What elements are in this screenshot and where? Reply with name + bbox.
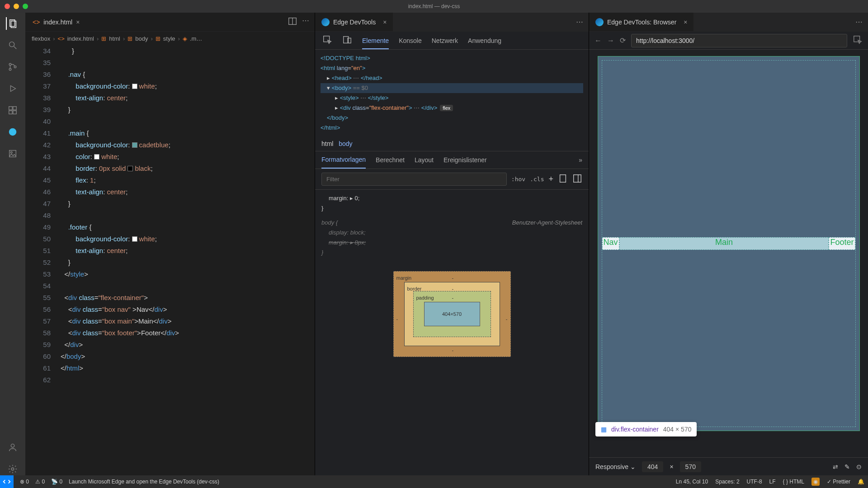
indent-setting[interactable]: Spaces: 2	[715, 479, 739, 485]
height-input[interactable]: 570	[680, 461, 701, 472]
window-titlebar: index.html — dev-css	[0, 0, 868, 13]
browser-panel: Edge DevTools: Browser × ⋯ ← → ⟳ Nav Mai…	[589, 13, 868, 475]
tab-computed[interactable]: Berechnet	[376, 156, 405, 164]
dom-breadcrumb[interactable]: html body	[315, 136, 589, 151]
extensions-icon[interactable]	[6, 104, 19, 117]
svg-rect-13	[9, 150, 16, 157]
warnings-count[interactable]: ⚠ 0	[35, 479, 45, 485]
status-bar: ⊗ 0 ⚠ 0 📡 0 Launch Microsoft Edge and op…	[0, 475, 868, 488]
more-tabs-icon[interactable]: »	[579, 156, 582, 164]
window-title: index.html — dev-css	[408, 3, 460, 9]
tab-edge-browser[interactable]: Edge DevTools: Browser ×	[589, 13, 693, 31]
more-actions-icon[interactable]: ⋯	[576, 18, 583, 26]
rotate-icon[interactable]: ⇄	[833, 463, 838, 470]
tag-icon: ⊞	[156, 35, 160, 42]
tab-elements[interactable]: Elemente	[362, 37, 389, 49]
editor-tabs: <> index.html × ⋯	[25, 13, 315, 32]
errors-count[interactable]: ⊗ 0	[20, 479, 29, 485]
tab-styles[interactable]: Formatvorlagen	[321, 156, 366, 169]
more-actions-icon[interactable]: ⋯	[855, 18, 863, 26]
breadcrumb[interactable]: flexbox› <>index.html› ⊞html› ⊞body› ⊞st…	[25, 32, 315, 45]
run-debug-icon[interactable]	[6, 82, 19, 95]
close-tab-icon[interactable]: ×	[684, 19, 687, 26]
eol[interactable]: LF	[769, 479, 776, 485]
gallery-icon[interactable]	[6, 147, 19, 160]
tab-listeners[interactable]: Ereignislistener	[443, 156, 487, 164]
tab-index-html[interactable]: <> index.html ×	[25, 13, 86, 31]
svg-marker-7	[10, 86, 15, 92]
ports-count[interactable]: 📡 0	[51, 479, 62, 485]
reload-icon[interactable]: ⟳	[620, 36, 626, 45]
language-mode[interactable]: { } HTML	[783, 479, 804, 485]
svg-point-16	[11, 468, 14, 470]
inspect-icon[interactable]	[853, 35, 863, 47]
tab-layout[interactable]: Layout	[415, 156, 434, 164]
browser-viewport[interactable]: Nav Main Footer ▦ div.flex-container 404…	[589, 50, 868, 457]
prettier-status[interactable]: Prettier	[827, 479, 850, 485]
responsive-dropdown[interactable]: Responsive ⌄	[595, 463, 636, 470]
code-editor[interactable]: 3435363738394041424344454647484950515253…	[25, 45, 315, 475]
close-tab-icon[interactable]: ×	[383, 19, 387, 26]
svg-point-4	[9, 63, 11, 66]
edge-icon	[595, 18, 604, 26]
footer-box: Footer	[829, 237, 855, 250]
tab-console[interactable]: Konsole	[399, 37, 422, 44]
responsive-bar: Responsive ⌄ 404 × 570 ⇄ ✎ ⊙	[589, 457, 868, 475]
main-box: Main	[619, 237, 829, 250]
edge-tools-icon[interactable]	[6, 126, 19, 138]
box-model-diagram[interactable]: margin---- border- padding- 404×570	[393, 271, 511, 357]
edge-status-icon[interactable]: ◉	[811, 478, 820, 486]
svg-point-12	[9, 128, 17, 136]
width-input[interactable]: 404	[642, 461, 663, 472]
tab-label: index.html	[43, 19, 72, 26]
element-tooltip: ▦ div.flex-container 404 × 570	[595, 422, 697, 436]
dom-tree[interactable]: <!DOCTYPE html> <html lang="en"> ▸ <head…	[315, 50, 589, 136]
style-rules[interactable]: margin: ▸ 0; } body {Benutzer-Agent-Styl…	[315, 190, 589, 361]
add-rule-icon[interactable]: +	[548, 174, 553, 184]
maximize-window-icon[interactable]	[23, 4, 28, 9]
more-icon[interactable]: ⊙	[856, 463, 862, 470]
forward-icon[interactable]: →	[607, 37, 614, 45]
tab-edge-devtools[interactable]: Edge DevTools ×	[315, 13, 393, 31]
close-tab-icon[interactable]: ×	[76, 19, 80, 26]
svg-rect-23	[574, 174, 581, 182]
encoding[interactable]: UTF-8	[747, 479, 762, 485]
styles-toolbar: :hov .cls +	[315, 169, 589, 190]
panel-icon[interactable]	[572, 174, 582, 185]
devtools-panel: Edge DevTools × ⋯ Elemente Konsole Netzw…	[315, 13, 589, 475]
tag-icon: ⊞	[101, 35, 106, 42]
cursor-position[interactable]: Ln 45, Col 10	[676, 479, 708, 485]
styles-subtabs: Formatvorlagen Berechnet Layout Ereignis…	[315, 151, 589, 169]
remote-icon[interactable]	[0, 475, 14, 488]
device-toggle-icon[interactable]	[342, 35, 352, 46]
back-icon[interactable]: ←	[594, 37, 602, 45]
settings-gear-icon[interactable]	[6, 463, 19, 475]
notifications-icon[interactable]: 🔔	[858, 479, 864, 485]
tab-application[interactable]: Anwendung	[468, 37, 501, 44]
svg-rect-10	[13, 111, 16, 114]
explorer-icon[interactable]	[6, 17, 19, 30]
device-icon[interactable]	[558, 174, 568, 185]
tab-network[interactable]: Netzwerk	[432, 37, 458, 44]
cls-toggle[interactable]: .cls	[530, 176, 544, 183]
launch-hint[interactable]: Launch Microsoft Edge and open the Edge …	[69, 479, 219, 485]
svg-rect-8	[9, 107, 12, 110]
nav-box: Nav	[602, 237, 619, 250]
svg-point-5	[9, 68, 11, 70]
address-bar[interactable]	[631, 34, 847, 47]
search-icon[interactable]	[6, 39, 19, 52]
minimize-window-icon[interactable]	[14, 4, 19, 9]
svg-rect-21	[348, 38, 351, 43]
accounts-icon[interactable]	[6, 441, 19, 454]
selector-icon: ◈	[183, 35, 187, 42]
traffic-lights	[5, 4, 28, 9]
screenshot-icon[interactable]: ✎	[844, 463, 850, 470]
source-control-icon[interactable]	[6, 61, 19, 73]
inspect-element-icon[interactable]	[322, 35, 332, 46]
close-window-icon[interactable]	[5, 4, 10, 9]
svg-rect-25	[854, 36, 860, 42]
more-actions-icon[interactable]: ⋯	[302, 16, 309, 28]
split-editor-icon[interactable]	[288, 16, 297, 28]
styles-filter-input[interactable]	[321, 173, 507, 186]
hov-toggle[interactable]: :hov	[511, 176, 525, 183]
